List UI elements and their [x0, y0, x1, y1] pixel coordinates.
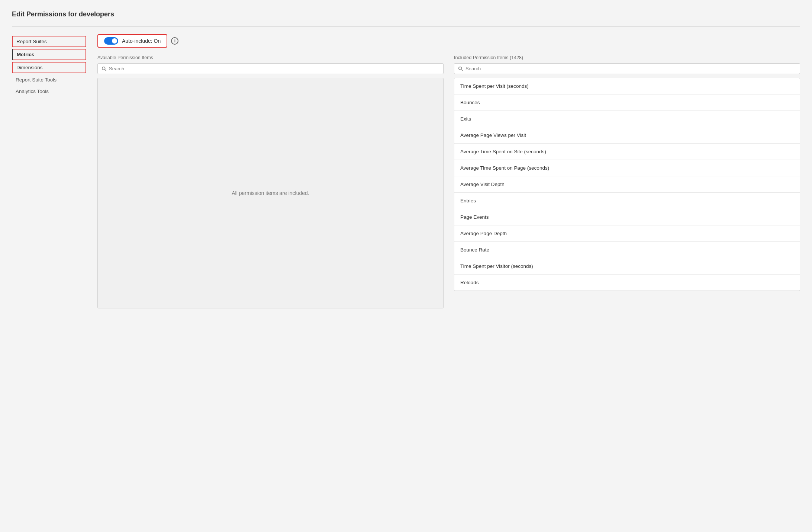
permission-item-5[interactable]: Average Time Spent on Page (seconds) — [454, 160, 800, 176]
main-layout: Report SuitesMetricsDimensionsReport Sui… — [12, 34, 800, 308]
panels-row: Available Permission Items All permissio… — [97, 55, 800, 308]
available-search-icon — [102, 66, 107, 71]
permission-item-7[interactable]: Entries — [454, 193, 800, 209]
included-panel: Included Permission Items (1428) Time Sp… — [454, 55, 800, 308]
svg-line-3 — [461, 70, 463, 71]
permission-item-1[interactable]: Bounces — [454, 94, 800, 111]
sidebar-item-dimensions[interactable]: Dimensions — [12, 62, 86, 73]
included-panel-body: Time Spent per Visit (seconds)BouncesExi… — [454, 78, 800, 291]
permission-item-11[interactable]: Time Spent per Visitor (seconds) — [454, 258, 800, 275]
available-search-box[interactable] — [97, 63, 444, 74]
permission-item-3[interactable]: Average Page Views per Visit — [454, 127, 800, 144]
included-panel-header: Included Permission Items (1428) — [454, 55, 800, 60]
included-search-icon — [458, 66, 463, 71]
permission-item-9[interactable]: Average Page Depth — [454, 225, 800, 242]
content-area: Auto-include: On i Available Permission … — [86, 34, 800, 308]
permission-item-2[interactable]: Exits — [454, 111, 800, 127]
permission-item-8[interactable]: Page Events — [454, 209, 800, 225]
available-panel: Available Permission Items All permissio… — [97, 55, 444, 308]
permission-item-6[interactable]: Average Visit Depth — [454, 176, 800, 193]
svg-point-2 — [459, 67, 462, 70]
page-wrapper: Edit Permissions for developers Report S… — [0, 0, 812, 532]
permission-item-10[interactable]: Bounce Rate — [454, 242, 800, 258]
available-panel-body: All permission items are included. — [97, 78, 444, 308]
toggle-row: Auto-include: On i — [97, 34, 800, 48]
available-panel-header: Available Permission Items — [97, 55, 444, 60]
divider — [12, 26, 800, 27]
permission-item-0[interactable]: Time Spent per Visit (seconds) — [454, 78, 800, 94]
sidebar-item-report-suite-tools[interactable]: Report Suite Tools — [12, 75, 86, 85]
page-title: Edit Permissions for developers — [12, 10, 800, 18]
available-search-input[interactable] — [109, 66, 439, 71]
permission-item-4[interactable]: Average Time Spent on Site (seconds) — [454, 144, 800, 160]
toggle-label: Auto-include: On — [122, 38, 161, 44]
sidebar-item-metrics[interactable]: Metrics — [12, 49, 86, 60]
svg-point-0 — [102, 67, 105, 70]
svg-line-1 — [105, 70, 106, 71]
sidebar-item-report-suites[interactable]: Report Suites — [12, 36, 86, 47]
empty-message: All permission items are included. — [232, 190, 309, 196]
sidebar-item-analytics-tools[interactable]: Analytics Tools — [12, 86, 86, 96]
info-icon[interactable]: i — [171, 37, 178, 45]
permission-item-12[interactable]: Reloads — [454, 275, 800, 291]
toggle-box: Auto-include: On — [97, 34, 167, 48]
toggle-switch[interactable] — [104, 37, 118, 45]
included-search-box[interactable] — [454, 63, 800, 74]
included-search-input[interactable] — [465, 66, 796, 71]
sidebar: Report SuitesMetricsDimensionsReport Sui… — [12, 34, 86, 308]
